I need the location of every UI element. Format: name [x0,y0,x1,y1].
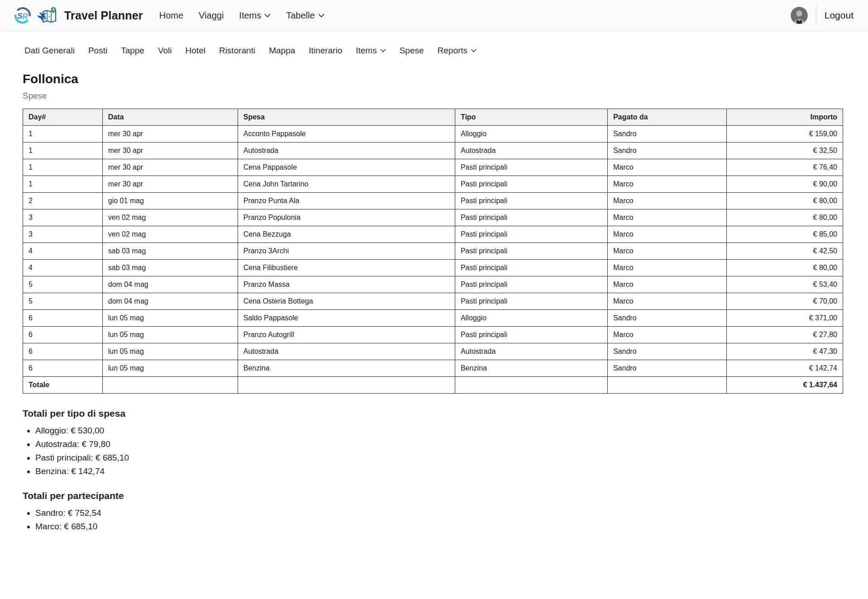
cell-importo: € 47,30 [726,343,843,360]
cell-date: lun 05 mag [102,360,238,377]
cell-day: 6 [23,310,103,327]
cell-date: mer 30 apr [102,159,238,176]
cell-spesa: Cena Pappasole [238,159,455,176]
subnav-item-label: Reports [438,46,468,56]
subnav-item[interactable]: Items [356,46,386,56]
cell-spesa: Cena Bezzuga [238,226,455,243]
cell-date: gio 01 mag [102,193,238,209]
top-nav-item[interactable]: Tabelle [286,10,324,21]
expense-row: 2 gio 01 mag Pranzo Punta Ala Pasti prin… [23,193,843,209]
cell-pagato-da: Marco [607,327,726,343]
top-nav-item[interactable]: Viaggi [199,10,224,21]
top-nav-item-label: Home [159,10,183,21]
top-nav-item[interactable]: Home [159,10,183,21]
logout-link[interactable]: Logout [825,10,854,21]
subnav-item[interactable]: Voli [158,46,172,56]
expense-row: 6 lun 05 mag Saldo Pappasole Alloggio Sa… [23,310,843,327]
cell-day: 5 [23,293,103,310]
cell-tipo: Pasti principali [455,176,607,193]
cell-pagato-da: Sandro [607,143,726,159]
cell-tipo: Pasti principali [455,209,607,226]
cell-pagato-da: Sandro [607,360,726,377]
cell-pagato-da: Marco [607,209,726,226]
cell-tipo: Autostrada [455,343,607,360]
cell-spesa: Benzina [238,360,455,377]
cell-day: 3 [23,226,103,243]
svg-text:R: R [22,12,28,21]
cell-spesa: Pranzo 3Archi [238,243,455,260]
expense-row: 1 mer 30 apr Cena John Tartarino Pasti p… [23,176,843,193]
cell-tipo: Pasti principali [455,276,607,293]
subnav-item-label: Ristoranti [219,46,255,56]
cell-date: mer 30 apr [102,176,238,193]
chevron-down-icon [264,14,271,18]
cell-date: lun 05 mag [102,343,238,360]
cell-day: 1 [23,176,103,193]
cell-day: 1 [23,126,103,143]
col-header-importo: Importo [726,109,843,126]
subnav-item[interactable]: Hotel [186,46,205,56]
subnav-item-label: Mappa [269,46,295,56]
cell-day: 6 [23,360,103,377]
cell-tipo: Pasti principali [455,327,607,343]
cell-spesa: Autostrada [238,343,455,360]
subnav-item[interactable]: Spese [400,46,424,56]
cell-spesa: Pranzo Massa [238,276,455,293]
chevron-down-icon [380,49,386,52]
cell-pagato-da: Sandro [607,126,726,143]
subnav-item-label: Dati Generali [24,46,75,56]
cell-importo: € 27,80 [726,327,843,343]
total-participant-item: Marco: € 685,10 [35,522,843,531]
cell-importo: € 80,00 [726,193,843,209]
cell-pagato-da: Marco [607,293,726,310]
cell-date: lun 05 mag [102,327,238,343]
subnav-item[interactable]: Itinerario [309,46,342,56]
col-header-tipo: Tipo [455,109,607,126]
top-nav-item[interactable]: Items [239,10,271,21]
brand-link[interactable]: S R Travel Planner [14,6,143,25]
app-root: S R Travel Planner [0,0,868,599]
cell-tipo: Pasti principali [455,260,607,276]
cell-tipo: Alloggio [455,310,607,327]
trip-subnav: Dati Generali Posti Tappe Voli Hotel [0,31,868,56]
subnav-item[interactable]: Reports [438,46,477,56]
total-type-item: Pasti principali: € 685,10 [35,453,843,462]
cell-pagato-da: Marco [607,176,726,193]
cell-spesa: Pranzo Punta Ala [238,193,455,209]
cell-importo: € 70,00 [726,293,843,310]
subnav-item[interactable]: Mappa [269,46,295,56]
cell-pagato-da: Marco [607,193,726,209]
cell-date: sab 03 mag [102,260,238,276]
cell-day: 1 [23,143,103,159]
subnav-item[interactable]: Posti [88,46,107,56]
main-content: Follonica Spese Day# Data Spesa Tipo Pag… [0,72,868,531]
subnav-item-label: Hotel [186,46,205,56]
cell-tipo: Benzina [455,360,607,377]
expense-row: 1 mer 30 apr Cena Pappasole Pasti princi… [23,159,843,176]
cell-pagato-da: Marco [607,260,726,276]
cell-date: dom 04 mag [102,276,238,293]
expense-row: 3 ven 02 mag Pranzo Populonia Pasti prin… [23,209,843,226]
cell-day: 6 [23,343,103,360]
user-avatar[interactable] [791,7,808,24]
chevron-down-icon [318,14,324,18]
subnav-item-label: Items [356,46,377,56]
chevron-down-icon [471,49,477,52]
divider [816,5,816,25]
subnav-item[interactable]: Dati Generali [24,46,75,56]
subnav-item[interactable]: Tappe [121,46,144,56]
total-value: € 1.437,64 [726,377,843,394]
cell-importo: € 80,00 [726,260,843,276]
cell-date: ven 02 mag [102,209,238,226]
cell-pagato-da: Marco [607,243,726,260]
top-navbar: S R Travel Planner [0,0,868,31]
sr-logo-icon: S R [14,6,32,24]
cell-importo: € 53,40 [726,276,843,293]
col-header-day: Day# [23,109,103,126]
top-nav-item-label: Tabelle [286,10,315,21]
subnav-item[interactable]: Ristoranti [219,46,255,56]
cell-day: 1 [23,159,103,176]
subnav-item-label: Spese [400,46,424,56]
cell-importo: € 42,50 [726,243,843,260]
cell-day: 4 [23,260,103,276]
